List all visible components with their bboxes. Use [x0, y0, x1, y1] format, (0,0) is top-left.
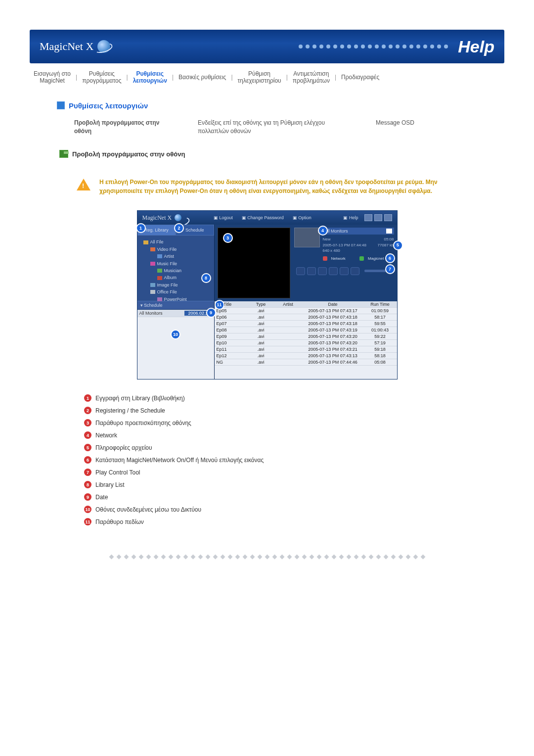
- stop-button[interactable]: [307, 267, 316, 275]
- fwd-button[interactable]: [351, 267, 359, 275]
- warning-icon: [77, 179, 90, 190]
- table-row[interactable]: Ep05.avi2005-07-13 PM 07:43:1701:00:59: [215, 308, 397, 314]
- sidebar: 1 Reg. Library 2 Schedule All File Video…: [137, 225, 215, 379]
- section-title: Ρυθμίσεις λειτουργιών: [69, 101, 148, 110]
- nav-program-settings[interactable]: Ρυθμίσεις προγράμματος: [78, 68, 125, 87]
- footer-decoration: [30, 555, 504, 559]
- tree-musician[interactable]: Musician: [143, 267, 211, 274]
- prev-button[interactable]: [296, 267, 305, 275]
- tree-artist[interactable]: Artist: [143, 253, 211, 260]
- library-list: 11 Title Type Artist Date Run Time Ep05.…: [215, 301, 397, 379]
- legend-item: 9Date: [84, 493, 504, 501]
- tree-image[interactable]: Image File: [143, 282, 211, 288]
- tree-powerpoint[interactable]: PowerPoint: [143, 296, 211, 303]
- nav-basic-settings[interactable]: Βασικές ρυθμίσεις: [175, 72, 230, 83]
- status-bar: Network Magicnet 6: [323, 255, 394, 262]
- network-label: Network: [331, 256, 346, 261]
- info-date: 2005-07-13 PM 07:44:48: [323, 242, 367, 248]
- warning-text: Η επιλογή Power-On του προγράμματος του …: [99, 178, 455, 195]
- legend-text: Κατάσταση MagicNet/Network On/Off ή Μενο…: [95, 457, 264, 464]
- sub-navigation: Προβολή προγράμματος στην οθόνη Ενδείξει…: [59, 119, 504, 136]
- subnav-multi-monitor[interactable]: Ενδείξεις επί της οθόνης για τη Ρύθμιση …: [183, 119, 361, 136]
- monitor-header: 4 All Monitors: [323, 228, 394, 235]
- nav-troubleshooting[interactable]: Αντιμετώπιση προβλημάτων: [289, 68, 334, 87]
- section-header: Ρυθμίσεις λειτουργιών: [57, 101, 504, 110]
- tree-root[interactable]: All File: [143, 238, 211, 245]
- table-row[interactable]: NG.avi2005-07-13 PM 07:44:4605:08: [215, 359, 397, 366]
- decorative-dots: [299, 45, 448, 48]
- maximize-icon[interactable]: [374, 214, 382, 221]
- tree-music[interactable]: Music File: [143, 260, 211, 267]
- nav-function-settings[interactable]: Ρυθμίσεις λειτουργιών: [129, 68, 171, 87]
- legend-item: 7Play Control Tool: [84, 469, 504, 476]
- monitor-icon: [59, 150, 68, 158]
- thumbnail[interactable]: [294, 228, 320, 247]
- legend-number-icon: 11: [84, 518, 91, 525]
- help-link[interactable]: ▣ Help: [343, 215, 358, 220]
- schedule-date[interactable]: 2006.02.2 9: [184, 311, 212, 316]
- play-button[interactable]: [318, 267, 327, 275]
- legend-text: Network: [95, 432, 117, 439]
- nav-separator: |: [285, 74, 289, 81]
- nav-separator: |: [126, 74, 129, 81]
- tree-album[interactable]: Album: [143, 274, 211, 281]
- brand-text: MagicNet X: [40, 40, 93, 53]
- folder-icon: [143, 240, 148, 244]
- nav-intro[interactable]: Εισαγωγή στο MagicNet: [30, 68, 75, 87]
- table-row[interactable]: Ep07.avi2005-07-13 PM 07:43:1859:55: [215, 321, 397, 327]
- play-controls: 7: [294, 265, 394, 277]
- legend-text: Registering / the Schedule: [95, 407, 165, 414]
- table-row[interactable]: Ep06.avi2005-07-13 PM 07:43:1858:17: [215, 314, 397, 321]
- col-title[interactable]: 11 Title: [217, 302, 246, 307]
- col-date[interactable]: Date: [301, 302, 365, 307]
- subnav-message-osd[interactable]: Message OSD: [361, 119, 429, 136]
- legend-item: 6Κατάσταση MagicNet/Network On/Off ή Μεν…: [84, 456, 504, 464]
- legend-item: 2Registering / the Schedule: [84, 407, 504, 414]
- legend-number-icon: 8: [84, 481, 91, 488]
- table-row[interactable]: Ep08.avi2005-07-13 PM 07:43:1901:00:43: [215, 327, 397, 333]
- tree-office[interactable]: Office File: [143, 288, 211, 295]
- monitor-icon: [386, 229, 392, 234]
- next-button[interactable]: [340, 267, 349, 275]
- banner-right: Help: [299, 37, 494, 56]
- main-panel: 3 4 All Monitors: [215, 225, 397, 379]
- nav-remote-settings[interactable]: Ρύθμιση τηλεχειριστηρίου: [234, 68, 285, 87]
- schedule-panel: All Monitors 2006.02.2 9 10: [137, 310, 214, 379]
- table-row[interactable]: Ep11.avi2005-07-13 PM 07:43:2159:18: [215, 346, 397, 353]
- table-row[interactable]: Ep09.avi2005-07-13 PM 07:43:2059:22: [215, 333, 397, 340]
- table-row[interactable]: Ep12.avi2005-07-13 PM 07:43:1358:18: [215, 353, 397, 359]
- video-icon: [150, 247, 155, 251]
- close-icon[interactable]: [384, 214, 392, 221]
- callout-7: 7: [385, 264, 395, 274]
- option-button[interactable]: ▣ Option: [293, 215, 312, 220]
- tab-schedule[interactable]: 2 Schedule: [176, 225, 214, 236]
- table-row[interactable]: Ep10.avi2005-07-13 PM 07:43:2057:19: [215, 340, 397, 346]
- section-icon: [57, 101, 65, 109]
- office-icon: [150, 290, 155, 294]
- pause-button[interactable]: [329, 267, 338, 275]
- schedule-col-monitor: All Monitors: [139, 311, 184, 316]
- app-brand: MagicNet X: [142, 214, 172, 222]
- info-resolution: 640 x 480: [323, 248, 394, 253]
- col-runtime[interactable]: Run Time: [365, 302, 395, 307]
- legend-item: 3Παράθυρο προεπισκόπησης οθόνης: [84, 419, 504, 426]
- col-artist[interactable]: Artist: [276, 302, 301, 307]
- nav-separator: |: [171, 74, 175, 81]
- minimize-icon[interactable]: [364, 214, 372, 221]
- album-icon: [157, 276, 162, 280]
- nav-specs[interactable]: Προδιαγραφές: [337, 72, 383, 83]
- help-title: Help: [458, 37, 494, 56]
- col-type[interactable]: Type: [246, 302, 276, 307]
- tab-reg-library[interactable]: 1 Reg. Library: [137, 225, 176, 236]
- callout-1: 1: [136, 223, 146, 233]
- legend-number-icon: 9: [84, 493, 91, 501]
- app-titlebar: MagicNet X ▣ Logout ▣ Change Password ▣ …: [137, 211, 397, 225]
- change-password-button[interactable]: ▣ Change Password: [242, 215, 284, 220]
- nav-separator: |: [334, 74, 337, 81]
- tree-video[interactable]: Video File: [143, 246, 211, 253]
- subnav-program-view[interactable]: Προβολή προγράμματος στην οθόνη: [59, 119, 183, 136]
- legend-text: Εγγραφή στη Library (Βιβλιοθήκη): [95, 395, 185, 402]
- legend-number-icon: 4: [84, 431, 91, 439]
- legend-list: 1Εγγραφή στη Library (Βιβλιοθήκη)2Regist…: [84, 394, 504, 525]
- logout-button[interactable]: ▣ Logout: [214, 215, 233, 220]
